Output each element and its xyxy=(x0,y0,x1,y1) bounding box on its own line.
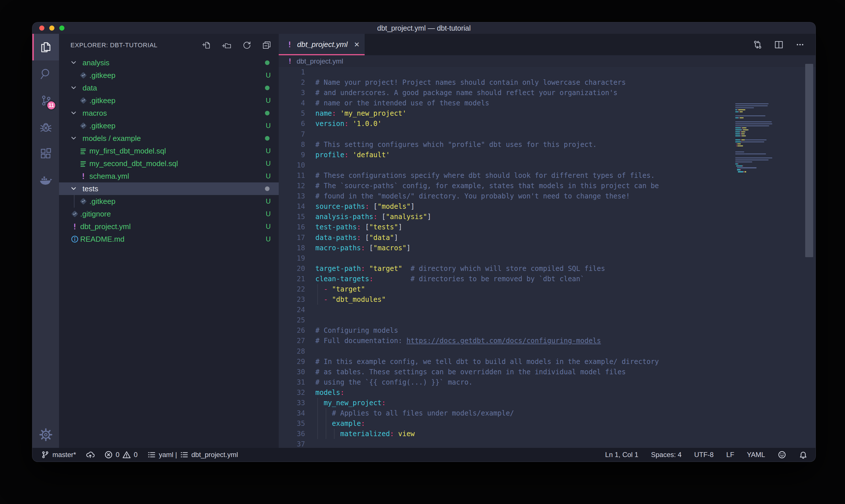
line-number: 20 xyxy=(279,264,305,274)
problems[interactable]: 00 xyxy=(104,450,138,459)
open-changes-icon xyxy=(753,39,763,50)
file-label: .gitkeep xyxy=(89,96,115,105)
tree-item--gitkeep[interactable]: .gitkeepU xyxy=(59,195,279,208)
tree-item-macros[interactable]: macros xyxy=(59,107,279,120)
more-actions-button[interactable] xyxy=(795,39,805,50)
git-file-icon xyxy=(79,71,88,79)
line-content: # These configurations specify where dbt… xyxy=(316,170,655,181)
line-number: 35 xyxy=(279,418,305,429)
line-number: 9 xyxy=(279,150,305,160)
line-number: 11 xyxy=(279,170,305,181)
folder-label: macros xyxy=(83,109,107,118)
minimap[interactable] xyxy=(735,101,802,175)
tree-item-readme-md[interactable]: README.mdU xyxy=(59,233,279,246)
git-file-icon xyxy=(79,197,88,205)
breadcrumb[interactable]: ! dbt_project.yml xyxy=(279,55,815,67)
line-content: - "target" xyxy=(316,284,365,294)
activity-item-run-debug[interactable] xyxy=(32,114,59,140)
tree-item-my-second-dbt-model-sql[interactable]: my_second_dbt_model.sqlU xyxy=(59,157,279,170)
refresh-button[interactable] xyxy=(241,39,252,51)
tree-item-data[interactable]: data xyxy=(59,82,279,94)
cursor-position[interactable]: Ln 1, Col 1 xyxy=(605,451,639,459)
git-file-icon xyxy=(70,210,79,218)
activity-item-settings[interactable] xyxy=(32,421,59,448)
line-content: clean-targets: # directories to be remov… xyxy=(316,274,585,284)
sync-changes[interactable] xyxy=(86,450,94,459)
notifications[interactable] xyxy=(799,450,808,459)
close-window-button[interactable] xyxy=(39,25,44,31)
chevron-down-icon xyxy=(70,84,77,92)
split-editor-button[interactable] xyxy=(774,39,784,50)
tree-item-analysis[interactable]: analysis xyxy=(59,56,279,69)
branch-name: master* xyxy=(52,451,76,459)
new-file-button[interactable] xyxy=(201,39,212,51)
chevron-down-icon xyxy=(70,109,77,117)
line-content: # In this example config, we tell dbt to… xyxy=(316,357,659,367)
activity-item-source-control[interactable]: 11 xyxy=(32,87,59,114)
code-line: 8# This setting configures which "profil… xyxy=(279,140,815,150)
window-title: dbt_project.yml — dbt-tutorial xyxy=(377,24,471,32)
line-number: 23 xyxy=(279,294,305,305)
encoding[interactable]: UTF-8 xyxy=(694,451,714,459)
activity-item-explorer[interactable] xyxy=(32,34,59,60)
line-number: 24 xyxy=(279,305,305,315)
git-branch-status[interactable]: master* xyxy=(41,450,76,459)
new-folder-icon xyxy=(222,41,231,50)
outline-file: dbt_project.yml xyxy=(191,451,238,459)
open-changes-button[interactable] xyxy=(753,39,763,50)
code-line: 16test-paths: ["tests"] xyxy=(279,222,815,232)
tree-item--gitkeep[interactable]: .gitkeepU xyxy=(59,94,279,107)
code-line: 32models: xyxy=(279,388,815,398)
tree-item-my-first-dbt-model-sql[interactable]: my_first_dbt_model.sqlU xyxy=(59,145,279,157)
code-editor[interactable]: 12# Name your project! Project names sho… xyxy=(279,67,815,448)
outline-status[interactable]: yaml |dbt_project.yml xyxy=(147,450,238,459)
chevron-down-icon xyxy=(70,59,77,67)
sql-file-icon xyxy=(79,147,88,155)
collapse-all-button[interactable] xyxy=(261,39,272,51)
code-line: 9profile: 'default' xyxy=(279,150,815,160)
line-number: 14 xyxy=(279,201,305,212)
tree-item-models-example[interactable]: models / example xyxy=(59,132,279,145)
line-content: version: '1.0.0' xyxy=(316,119,381,129)
tab-dbt-project-yml[interactable]: ! dbt_project.yml ✕ xyxy=(279,34,365,55)
git-untracked-badge: U xyxy=(266,210,271,218)
line-number: 15 xyxy=(279,212,305,222)
close-tab-icon[interactable]: ✕ xyxy=(354,41,360,49)
tree-item-dbt-project-yml[interactable]: !dbt_project.ymlU xyxy=(59,220,279,233)
new-folder-button[interactable] xyxy=(221,39,232,51)
line-content: models: xyxy=(316,388,344,398)
language-mode[interactable]: YAML xyxy=(747,451,765,459)
refresh-icon xyxy=(242,41,251,50)
line-number: 17 xyxy=(279,233,305,243)
editor-scrollbar[interactable] xyxy=(805,64,813,257)
code-line: 18macro-paths: ["macros"] xyxy=(279,243,815,253)
tree-item--gitkeep[interactable]: .gitkeepU xyxy=(59,69,279,82)
minimize-window-button[interactable] xyxy=(49,25,54,31)
activity-item-extensions[interactable] xyxy=(32,140,59,167)
line-number: 32 xyxy=(279,388,305,398)
line-number: 28 xyxy=(279,346,305,357)
extensions-icon xyxy=(39,147,52,160)
yaml-warning-icon: ! xyxy=(70,222,79,231)
tree-item-schema-yml[interactable]: !schema.ymlU xyxy=(59,170,279,182)
explorer-sidebar: EXPLORER: DBT-TUTORIAL analysis.gitkeepU… xyxy=(59,34,279,448)
tree-item--gitkeep[interactable]: .gitkeepU xyxy=(59,120,279,132)
tree-item-tests[interactable]: tests xyxy=(59,182,279,195)
activity-item-search[interactable] xyxy=(32,60,59,87)
code-line: 17data-paths: ["data"] xyxy=(279,233,815,243)
indentation[interactable]: Spaces: 4 xyxy=(651,451,682,459)
yaml-warning-icon: ! xyxy=(288,57,292,65)
code-line: 2# Name your project! Project names shou… xyxy=(279,77,815,88)
file-label: dbt_project.yml xyxy=(80,222,131,231)
activity-item-docker[interactable] xyxy=(32,167,59,194)
sql-file-icon xyxy=(79,159,88,168)
eol[interactable]: LF xyxy=(726,451,734,459)
tree-item--gitignore[interactable]: .gitignoreU xyxy=(59,208,279,220)
line-content: source-paths: ["models"] xyxy=(316,201,415,212)
line-content: # This setting configures which "profile… xyxy=(316,140,597,150)
line-content: macro-paths: ["macros"] xyxy=(316,243,411,253)
zoom-window-button[interactable] xyxy=(59,25,65,31)
feedback[interactable] xyxy=(778,450,786,459)
status-bar: master*00yaml |dbt_project.ymlLn 1, Col … xyxy=(32,448,815,462)
folder-label: data xyxy=(83,84,97,92)
